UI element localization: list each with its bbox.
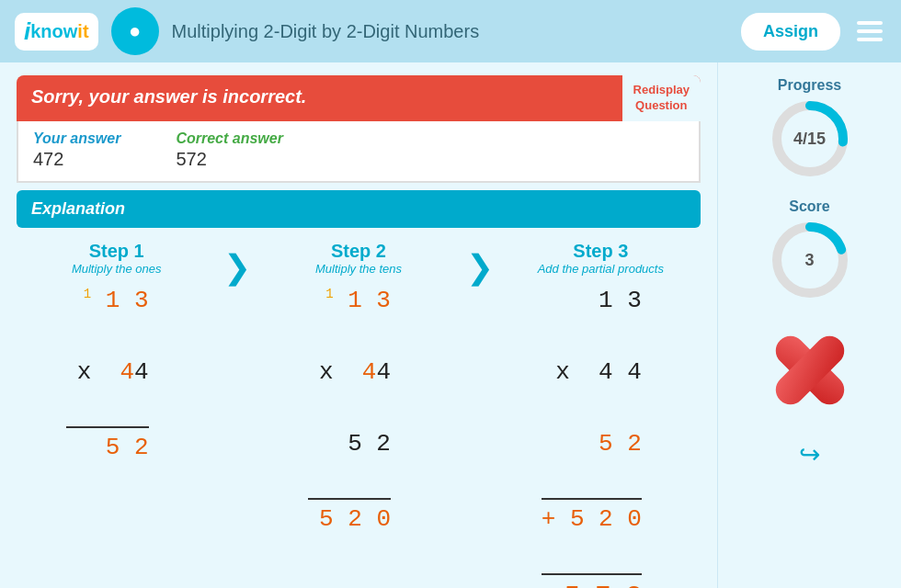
menu-icon (857, 29, 883, 33)
progress-donut: 4/15 (769, 97, 851, 180)
assign-button[interactable]: Assign (741, 13, 840, 51)
step-1: Step 1 Multiply the ones 1 1 3 x 44 5 2 (17, 241, 216, 466)
step-2-header: Step 2 Multiply the tens (315, 241, 402, 276)
logo-it: it (77, 21, 88, 42)
step-3-subtitle: Add the partial products (538, 262, 664, 276)
step3-line1: 1 3 (542, 283, 642, 319)
step-1-header: Step 1 Multiply the ones (72, 241, 162, 276)
step-3-title: Step 3 (538, 241, 664, 262)
score-donut: 3 (769, 219, 851, 301)
step2-line2: x 44 (308, 355, 391, 390)
step-1-title: Step 1 (72, 241, 162, 262)
header: i know it ● Multiplying 2-Digit by 2-Dig… (0, 0, 901, 62)
step2-line1: 1 1 3 (308, 283, 391, 319)
menu-icon (857, 38, 883, 41)
step1-line3: 5 2 (66, 426, 149, 466)
score-value: 3 (804, 251, 814, 270)
sidebar: Progress 4/15 Score 3 (717, 62, 901, 588)
step-2-title: Step 2 (315, 241, 402, 262)
explanation-label: Explanation (31, 199, 125, 218)
progress-value: 4/15 (793, 130, 826, 149)
step1-line1: 1 1 3 (66, 283, 149, 319)
correct-answer-label: Correct answer (176, 130, 283, 147)
step-2-subtitle: Multiply the tens (315, 262, 402, 276)
score-section: Score 3 (769, 198, 851, 301)
back-button[interactable]: ↪ (799, 439, 820, 469)
main-layout: Sorry, your answer is incorrect. Redispl… (0, 62, 901, 588)
correct-answer-value: 572 (176, 149, 283, 170)
progress-label: Progress (778, 77, 841, 94)
step2-line3: 5 2 (308, 426, 391, 462)
your-answer-label: Your answer (33, 130, 120, 147)
logo-i: i (24, 17, 30, 46)
step3-result: 5 7 2 (542, 573, 642, 588)
arrow-1: ❯ (223, 246, 251, 287)
score-label: Score (789, 198, 829, 215)
step2-line4: 5 2 0 (308, 498, 391, 537)
lesson-title: Multiplying 2-Digit by 2-Digit Numbers (172, 21, 728, 42)
logo: i know it (15, 13, 98, 51)
answer-area: Your answer 472 Correct answer 572 (17, 121, 701, 183)
step1-line2: x 44 (66, 355, 149, 390)
step-1-subtitle: Multiply the ones (72, 262, 162, 276)
step-2-math: 1 1 3 x 44 5 2 5 2 0 (308, 283, 409, 537)
menu-icon (857, 21, 883, 25)
step3-line3: 5 2 (542, 426, 642, 462)
steps-row: Step 1 Multiply the ones 1 1 3 x 44 5 2 … (17, 241, 701, 588)
step-2: Step 2 Multiply the tens 1 1 3 x 44 5 2 … (258, 241, 458, 537)
redisplay-button[interactable]: RedisplayQuestion (622, 75, 701, 121)
film-icon: ● (111, 7, 159, 55)
content-area: Sorry, your answer is incorrect. Redispl… (0, 62, 717, 588)
progress-section: Progress 4/15 (769, 77, 851, 180)
explanation-bar: Explanation (17, 190, 701, 228)
your-answer-value: 472 (33, 149, 120, 170)
menu-button[interactable] (853, 17, 886, 45)
arrow-2: ❯ (466, 246, 494, 287)
feedback-bar: Sorry, your answer is incorrect. Redispl… (17, 75, 701, 121)
feedback-message: Sorry, your answer is incorrect. (17, 75, 622, 121)
step3-line4: + 5 2 0 (542, 498, 642, 537)
step-3-header: Step 3 Add the partial products (538, 241, 664, 276)
logo-know: know (30, 21, 77, 42)
incorrect-mark (750, 320, 870, 421)
correct-answer-col: Correct answer 572 (176, 130, 283, 170)
step-3: Step 3 Add the partial products 1 3 x 4 … (501, 241, 701, 588)
step-1-math: 1 1 3 x 44 5 2 (66, 283, 167, 466)
step3-line2: x 4 4 (542, 355, 642, 390)
step-3-math: 1 3 x 4 4 5 2 + 5 2 0 5 7 2 (542, 283, 660, 588)
your-answer-col: Your answer 472 (33, 130, 120, 170)
